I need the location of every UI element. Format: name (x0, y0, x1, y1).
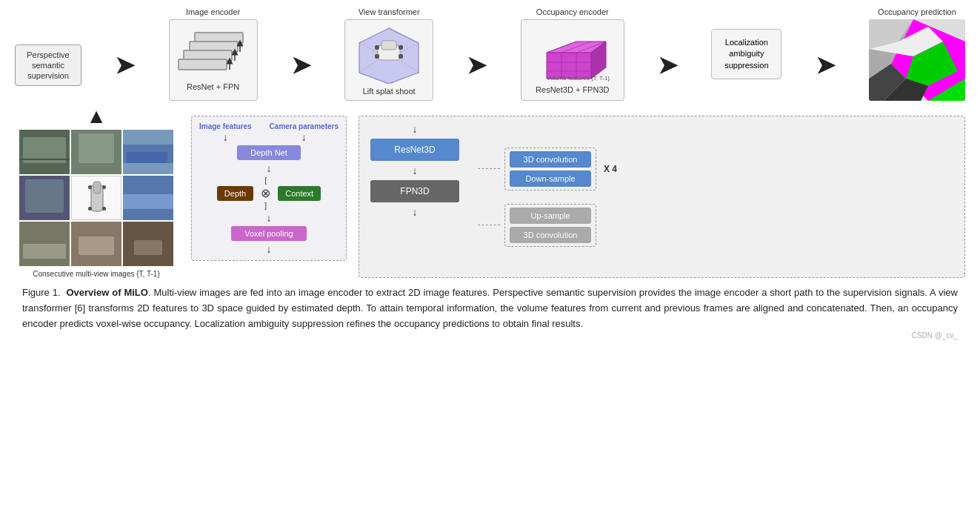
depth-context-row: Depth [ ⊗ ] Context (217, 176, 321, 210)
depth-box: Depth (217, 186, 253, 201)
figure-number: Figure 1. (22, 287, 61, 298)
svg-rect-11 (399, 45, 403, 50)
mv-cell-9 (123, 222, 173, 266)
occupancy-prediction-title: Occupancy prediction (878, 7, 956, 16)
context-box: Context (278, 186, 321, 201)
svg-rect-58 (23, 244, 66, 259)
page-container: Perspective semantic supervision ➤ Image… (0, 0, 980, 347)
view-transformer-block: View transformer (344, 7, 433, 101)
downsample-label: Down-sample (525, 174, 575, 183)
svg-rect-13 (399, 54, 403, 59)
svg-rect-53 (88, 207, 92, 211)
diagram-bottom-row: ▲ (15, 108, 965, 278)
perspective-supervision-label: Perspective semantic supervision (27, 50, 69, 81)
dashed-connector-1 (478, 168, 500, 169)
arrow-1: ➤ (115, 53, 135, 77)
oe-resnet-group: 3D convolution Down-sample X 4 (478, 148, 957, 191)
svg-rect-10 (375, 45, 379, 50)
arrow-4: ➤ (658, 53, 678, 77)
mv-cell-4 (19, 176, 70, 220)
oe-detail-section: ↓ ResNet3D ↓ FPN3D ↓ (359, 116, 965, 278)
svg-rect-12 (375, 54, 379, 59)
svg-rect-3 (179, 59, 227, 70)
dashed-connector-2 (478, 225, 500, 225)
resnet3d-label: ResNet3D (394, 145, 435, 155)
svg-text:Volume features {T, T-1}: Volume features {T, T-1} (547, 75, 610, 82)
mv-grid (19, 130, 173, 266)
svg-rect-62 (134, 240, 162, 255)
svg-rect-45 (127, 152, 167, 163)
occupancy-prediction-block: Occupancy prediction (869, 7, 965, 101)
mv-cell-3 (123, 130, 173, 174)
conv3d-box-1: 3D convolution (510, 151, 591, 168)
figure-caption: Figure 1. Overview of MiLO. Multi-view i… (15, 285, 965, 331)
oe-detail-box: ↓ ResNet3D ↓ FPN3D ↓ (359, 116, 965, 278)
image-encoder-title: Image encoder (186, 7, 240, 16)
las-box: Localization ambiguity suppression (711, 29, 781, 79)
resnet-detail-bracket: 3D convolution Down-sample (504, 148, 596, 191)
svg-rect-60 (79, 236, 114, 255)
occupancy-prediction-icon (869, 19, 965, 101)
caption-bold-text: Overview of MiLO (66, 287, 147, 298)
conv3d-box-2: 3D convolution (510, 227, 591, 243)
vt-header-image-features: Image features (199, 122, 252, 130)
oe-bot-arrow: ↓ (413, 207, 418, 217)
upsample-label: Up-sample (530, 211, 570, 220)
fpn-detail-bracket: Up-sample 3D convolution (504, 204, 596, 247)
occupancy-encoder-label: ResNet3D + FPN3D (536, 85, 609, 94)
svg-rect-56 (123, 194, 173, 209)
csdn-label: CSDN @_cv_ (15, 331, 965, 339)
perspective-supervision-box: Perspective semantic supervision (15, 44, 81, 87)
x4-label: X 4 (604, 164, 617, 174)
mv-cell-1 (19, 130, 70, 174)
oe-top-arrow: ↓ (413, 124, 418, 134)
oe-right-col: 3D convolution Down-sample X 4 (478, 124, 957, 270)
occupancy-encoder-title: Occupancy encoder (536, 7, 609, 16)
image-encoder-box: ResNet + FPN (169, 19, 258, 101)
view-transformer-title: View transformer (359, 7, 420, 16)
mv-cell-8 (71, 222, 121, 266)
svg-rect-51 (88, 185, 92, 189)
stacked-layers-icon (176, 29, 250, 81)
occupancy-encoder-icon: Volume features {T, T-1} (532, 27, 613, 82)
up-arrow: ▲ (86, 105, 107, 128)
upsample-box: Up-sample (510, 208, 591, 224)
arrow-img-feat: ↓ (223, 132, 228, 142)
occupancy-encoder-block: Occupancy encoder (521, 7, 624, 101)
diagram-top-row: Perspective semantic supervision ➤ Image… (15, 7, 965, 101)
vt-headers: Image features ↓ Camera parameters ↓ (198, 122, 340, 142)
fpn3d-box: FPN3D (370, 180, 459, 202)
view-transformer-box: Lift splat shoot (344, 19, 433, 101)
arrow-3: ➤ (467, 53, 487, 77)
mv-cell-7 (19, 222, 70, 266)
fpn3d-label: FPN3D (400, 186, 429, 196)
conv3d-label-1: 3D convolution (524, 155, 578, 164)
mv-cell-6 (123, 176, 173, 220)
occupancy-encoder-box: Volume features {T, T-1} ResNet3D + FPN3… (521, 19, 624, 101)
svg-rect-42 (79, 133, 114, 163)
voxel-pool-box: Voxel pooling (231, 226, 306, 241)
view-transformer-label: Lift splat shoot (363, 87, 416, 96)
arrow-voxel-out: ↓ (267, 244, 272, 254)
downsample-box: Down-sample (510, 170, 591, 187)
arrow-to-voxel: ↓ (267, 213, 272, 223)
lift-splat-shoot-icon (352, 24, 426, 84)
image-encoder-block: Image encoder (169, 7, 258, 101)
vt-detail-box: Image features ↓ Camera parameters ↓ Dep… (191, 116, 347, 261)
multiview-section: ▲ (15, 108, 178, 278)
las-label: Localization ambiguity suppression (724, 38, 768, 70)
arrow-5: ➤ (816, 53, 836, 77)
caption-text: . Multi-view images are fed into an imag… (22, 287, 958, 329)
depth-label: Depth (224, 189, 246, 198)
svg-rect-9 (381, 41, 396, 50)
svg-rect-50 (93, 182, 101, 193)
arrow-2: ➤ (291, 53, 311, 77)
vt-detail-section: Image features ↓ Camera parameters ↓ Dep… (191, 116, 347, 278)
context-label: Context (285, 189, 313, 198)
image-encoder-label: ResNet + FPN (187, 82, 239, 91)
resnet3d-box: ResNet3D (370, 139, 459, 161)
svg-rect-52 (102, 185, 106, 189)
oe-fpn-group: Up-sample 3D convolution (478, 204, 957, 247)
bracket-close: ] (264, 202, 267, 210)
oe-mid-arrow: ↓ (413, 165, 418, 176)
